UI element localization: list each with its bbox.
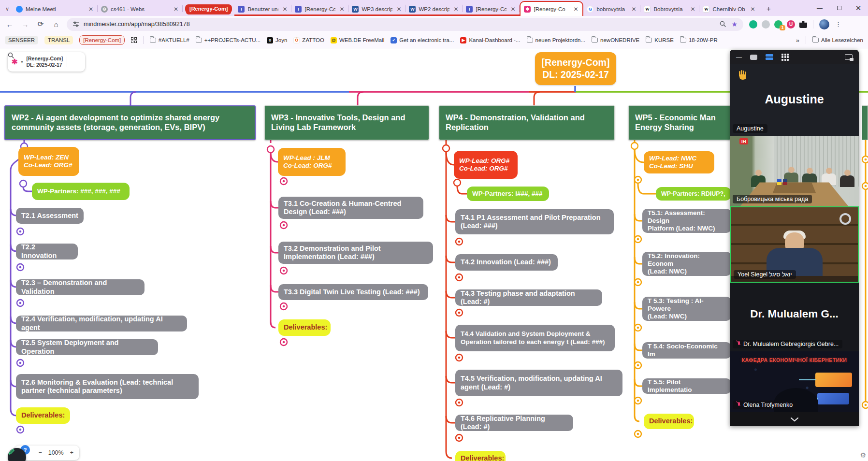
profile-avatar[interactable] (819, 19, 829, 29)
wp2-task-node[interactable]: T2.1 Assessment (16, 208, 84, 224)
home-button[interactable]: ⌂ (51, 20, 61, 29)
forward-button[interactable]: → (20, 20, 30, 29)
maximize-window-button[interactable] (829, 5, 849, 12)
close-tab-icon[interactable]: ✕ (572, 6, 579, 13)
tab-cs461[interactable]: ⚙ cs461 - Webs ✕ (98, 2, 183, 16)
participant-tile-olena[interactable]: КАФЕДРА ЕКОНОМІЧНОЇ КІБЕРНЕТИКИ Olena Tr… (730, 351, 859, 412)
site-settings-icon[interactable] (72, 21, 79, 28)
tab-bobrovytsia-search[interactable]: G bobrovytsia ✕ (583, 2, 640, 16)
root-node[interactable]: [Renergy-Com] DL: 2025-02-17 (535, 52, 616, 85)
wp3-deliverables-node[interactable]: Deliverables: (278, 319, 331, 336)
bookmark-kanal-dashboard[interactable]: ▶Kanal-Dashboard -... (460, 37, 520, 43)
tab-wp2-descript[interactable]: W WP2 descript ✕ (405, 2, 463, 16)
participant-tile-bobrovytska-rada[interactable]: ІН Бобровицька міська рада (730, 136, 859, 206)
close-tab-icon[interactable]: ✕ (509, 6, 516, 13)
tab-renergy-teams-1[interactable]: T [Renergy-Co ✕ (291, 2, 348, 16)
bookmarks-overflow-icon[interactable]: » (796, 37, 799, 44)
tab-meine-meetings[interactable]: Meine Meeti ✕ (13, 2, 98, 16)
tab-renergy-teams-2[interactable]: T [Renergy-Co ✕ (463, 2, 520, 16)
bookmark-webde[interactable]: @WEB.DE FreeMail (331, 37, 384, 43)
extension-gray-icon[interactable] (762, 20, 770, 29)
wp4-task-node[interactable]: T4.3 Testing phase and adaptation (Lead:… (455, 289, 602, 306)
wp5-deliverables-node[interactable]: Deliverables: (644, 414, 694, 429)
close-tab-icon[interactable]: ✕ (173, 6, 179, 13)
close-window-button[interactable]: ✕ (849, 4, 868, 13)
page-zoom-icon[interactable] (720, 21, 726, 28)
wp5-task-node[interactable]: T 5.3: Testing : AI-Powere (Lead: NWC) (642, 297, 731, 321)
wp2-task-node[interactable]: T2.4 Verification, modification, updatin… (16, 316, 187, 331)
address-bar[interactable]: mindmeister.com/app/map/3858092178 ★ (67, 18, 743, 31)
tab-group-label[interactable]: [Renergy-Com] (185, 4, 232, 13)
bookmark-folder-aktuell[interactable]: #AKTUELL# (150, 37, 189, 43)
wp4-task-node[interactable]: T4.2 Innovation (Lead: ###) (455, 254, 558, 271)
wp2-header-node[interactable]: WP2 - Ai agent development to optimize s… (4, 105, 256, 140)
bookmark-folder-onedrive[interactable]: newONEDRIVE (592, 37, 639, 43)
wp2-partners-node[interactable]: WP-Partners: ###, ###, ### (32, 183, 130, 200)
bookmark-joyn[interactable]: oJoyn (267, 37, 287, 43)
apps-grid-icon[interactable] (131, 37, 137, 43)
popout-layout-icon[interactable] (845, 54, 853, 60)
wp2-lead-node[interactable]: WP-Lead: ZEN Co-Lead: ORG# (18, 147, 79, 176)
tab-renergy-mindmeister-active[interactable]: ✱ [Renergy-Co ✕ (520, 1, 583, 16)
tab-bobrovytsia-wiki[interactable]: W Bobrovytsia ✕ (640, 2, 699, 16)
wp5-task-node[interactable]: T5.1: Assessment: Design Platform (Lead:… (642, 209, 731, 233)
close-tab-icon[interactable]: ✕ (281, 6, 288, 13)
minimize-window-button[interactable]: — (810, 5, 829, 12)
close-tab-icon[interactable]: ✕ (452, 6, 459, 13)
wp3-lead-node[interactable]: WP-Lead : JLM Co-Lead: ORG# (278, 148, 346, 176)
gallery-view-icon[interactable] (766, 54, 773, 60)
reload-button[interactable]: ⟳ (36, 20, 45, 29)
wp4-header-node[interactable]: WP4 - Demonstration, Validation and Repl… (439, 105, 615, 140)
close-tab-icon[interactable]: ✕ (87, 6, 94, 13)
wp4-deliverables-node[interactable]: Deliverables: (455, 451, 506, 461)
close-tab-icon[interactable]: ✕ (395, 6, 402, 13)
bookmark-senseer[interactable]: SENSEER (5, 36, 38, 44)
chevron-down-icon[interactable]: ▼ (20, 60, 24, 64)
close-tab-icon[interactable]: ✕ (689, 6, 696, 13)
tab-wp3-descript[interactable]: W WP3 descript ✕ (348, 2, 405, 16)
map-search-icon[interactable] (8, 52, 14, 59)
wp4-lead-node[interactable]: WP-Lead: ORG# Co-Lead: ORG# (454, 151, 518, 179)
wp3-task-node[interactable]: T3.2 Demonstration and Pilot Implementat… (278, 242, 433, 264)
extension-badge-icon[interactable]: 1 (774, 20, 782, 29)
wp4-partners-node[interactable]: WP-Partners: I###, ### (467, 187, 549, 201)
bookmark-renergy-com[interactable]: [Renergy-Com] (79, 35, 125, 45)
tab-list-chevron-icon[interactable]: ∨ (2, 2, 13, 15)
close-tab-icon[interactable]: ✕ (630, 6, 637, 13)
wp5-partners-node[interactable]: WP-Partners: RDIUP?, (656, 187, 731, 201)
speaker-view-icon[interactable] (750, 55, 757, 60)
canvas-settings-icon[interactable]: ⚙ (860, 451, 866, 459)
tab-chernihiv-wiki[interactable]: W Chernihiv Ob ✕ (699, 2, 759, 16)
zoom-out-button[interactable]: − (38, 449, 42, 456)
participant-tile-augustine[interactable]: Augustine Augustine (730, 64, 859, 136)
wp3-task-node[interactable]: T3.3 Digital Twin Live Testing (Lead: ##… (278, 284, 428, 300)
all-bookmarks-button[interactable]: Alle Lesezeichen (812, 37, 863, 43)
extension-green-icon[interactable] (749, 20, 757, 29)
tab-benutzer[interactable]: T Benutzer und ✕ (234, 2, 291, 16)
wp2-task-node[interactable]: T2.3 – Demonstration and Validation (16, 279, 145, 295)
wp5-task-node[interactable]: T5.2: Innovation: Econom (Lead: NWC) (642, 252, 731, 276)
wp4-task-node[interactable]: T4.6 Replicative Planning (Lead: #) (455, 415, 573, 431)
wp4-task-node[interactable]: T4.1 P1 Assessment and Pilot Preparation… (455, 209, 614, 234)
wp2-deliverables-node[interactable]: Deliverables: (16, 407, 70, 424)
ublock-extension-icon[interactable]: U (787, 20, 795, 29)
bookmark-electronic[interactable]: ✓Get an electronic tra... (391, 37, 454, 43)
wp3-task-node[interactable]: T3.1 Co-Creation & Human-Centred Design … (278, 197, 423, 219)
map-title-pill[interactable]: ✱ ▼ [Renergy-Com] DL: 2025-02-17 (8, 52, 85, 72)
wp2-task-node[interactable]: T2.5 System Deployment and Operation (16, 339, 158, 355)
wp2-task-node[interactable]: T2.2 Innovation (16, 244, 78, 259)
panel-minimize-icon[interactable]: — (736, 54, 742, 60)
wp3-header-node[interactable]: WP3 - Innovative Tools, Design and Livin… (264, 105, 429, 140)
wp5-header-node[interactable]: WP5 - Economic Man Energy Sharing (628, 105, 731, 140)
extensions-puzzle-icon[interactable] (799, 20, 807, 28)
new-tab-button[interactable]: + (762, 2, 775, 14)
back-button[interactable]: ← (5, 20, 14, 29)
close-tab-icon[interactable]: ✕ (338, 6, 345, 13)
wp5-task-node[interactable]: T 5.5: Pilot Implementatio (642, 378, 731, 394)
bookmark-zattoo[interactable]: ÓZATTOO (293, 37, 324, 43)
wp4-task-node[interactable]: T4.4 Validation and System Deployment & … (455, 325, 615, 351)
bookmark-transl[interactable]: TRANSL (44, 36, 73, 44)
bookmark-folder-18-20w-pr[interactable]: 18-20W-PR (680, 37, 718, 43)
bookmark-folder-kurse[interactable]: KURSE (646, 37, 674, 43)
grid-view-icon[interactable] (781, 54, 789, 61)
